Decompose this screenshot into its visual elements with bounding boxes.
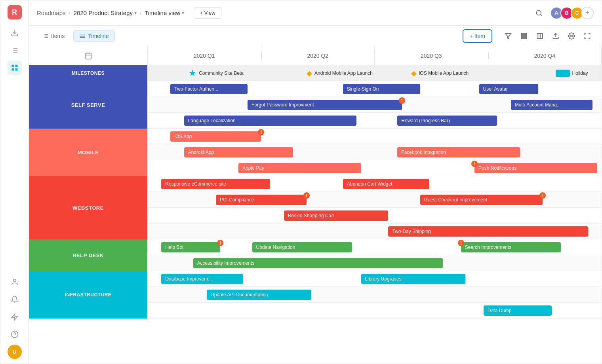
- bar-two-day-shipping[interactable]: Two-Day Shipping: [388, 226, 588, 237]
- webstore-row-2: PCI Compliance 1 Guest Checkout Improvem…: [148, 192, 602, 208]
- bar-help-bot[interactable]: Help Bot 1: [161, 242, 220, 252]
- help-desk-row-2: Accessibility Improvements: [148, 255, 602, 271]
- bar-two-factor[interactable]: Two-Factor Authen...: [170, 84, 248, 94]
- mobile-row-3: Apple Pay 1 Push Notifications: [148, 160, 602, 176]
- bar-guest-checkout[interactable]: Guest Checkout Improvement 1: [420, 195, 543, 205]
- bar-update-navigation[interactable]: Update Navigation: [252, 242, 352, 252]
- columns-icon[interactable]: [533, 30, 546, 42]
- svg-rect-29: [521, 37, 527, 38]
- breadcrumb-roadmaps[interactable]: Roadmaps: [37, 9, 66, 16]
- sidebar-icon-bell[interactable]: [8, 292, 22, 307]
- webstore-row-3: Reskin Shopping Cart: [148, 208, 602, 224]
- infrastructure-rows: INFRASTRUCTURE Database Improvem... Libr…: [29, 271, 602, 318]
- sidebar-icon-download[interactable]: [8, 26, 22, 40]
- milestone-community[interactable]: ★ Community Site Beta: [189, 68, 244, 78]
- bar-update-api-documentation[interactable]: Update API Documentation: [207, 290, 311, 300]
- user-avatar[interactable]: U: [8, 345, 22, 359]
- bar-android-app[interactable]: Android App: [184, 147, 293, 157]
- help-desk-label-cell: HELP DESK: [29, 239, 148, 271]
- mobile-row-2: Android App Facebook Integration: [148, 144, 602, 160]
- breadcrumb-timeline[interactable]: Timeline view ▾: [145, 9, 184, 16]
- bar-responsive-ecommerce[interactable]: Responsive eCommerce site: [161, 179, 270, 189]
- bar-facebook-integration[interactable]: Facebook Integration: [397, 147, 520, 157]
- quarter-q1: 2020 Q1: [148, 46, 261, 65]
- export-icon[interactable]: [549, 30, 562, 42]
- group-help-desk: HELP DESK Help Bot 1 Update Navigation 1…: [29, 239, 602, 271]
- bar-search-improvements[interactable]: 1 Search Improvements: [461, 242, 561, 252]
- svg-rect-8: [15, 65, 17, 67]
- mobile-rows: MOBILE iOS App 3 Android App: [29, 129, 602, 176]
- bar-reward-progress[interactable]: Reward (Progress Bar): [397, 116, 497, 126]
- group-icon[interactable]: [518, 30, 530, 42]
- search-button[interactable]: [533, 7, 545, 19]
- add-item-button[interactable]: + Item: [463, 29, 492, 43]
- svg-rect-30: [537, 33, 543, 39]
- bar-abandon-cart[interactable]: Abandon Cart Widget: [343, 179, 429, 189]
- sidebar-icon-help[interactable]: [8, 327, 22, 341]
- sidebar-icon-bolt[interactable]: [8, 310, 22, 324]
- tab-timeline[interactable]: Timeline: [73, 30, 114, 42]
- app-logo[interactable]: R: [8, 5, 22, 19]
- mobile-row-1: iOS App 3: [148, 129, 602, 144]
- quarter-q4: 2020 Q4: [488, 46, 602, 65]
- bar-push-notifications[interactable]: 1 Push Notifications: [474, 163, 597, 173]
- chevron-down-icon-2: ▾: [182, 10, 184, 16]
- webstore-rows: WEBSTORE Responsive eCommerce site Aband…: [29, 176, 602, 239]
- bar-language-localization[interactable]: Language Localization: [184, 116, 356, 126]
- infrastructure-label: INFRASTRUCTURE: [29, 271, 147, 318]
- help-desk-row-1: Help Bot 1 Update Navigation 1 Search Im…: [148, 239, 602, 255]
- tab-items[interactable]: Items: [37, 30, 70, 42]
- avatar-add-button[interactable]: +: [581, 7, 594, 19]
- bar-user-avatar[interactable]: User Avatar: [479, 84, 538, 94]
- timeline-area: 2020 Q1 2020 Q2 2020 Q3 2020 Q4 MILESTON…: [29, 46, 602, 364]
- help-desk-rows: HELP DESK Help Bot 1 Update Navigation 1…: [29, 239, 602, 271]
- svg-marker-12: [11, 314, 17, 320]
- fullscreen-icon[interactable]: [581, 30, 594, 42]
- self-serve-content: Two-Factor Authen... Single-Sign On User…: [148, 81, 602, 129]
- bar-database-improvements[interactable]: Database Improvem...: [161, 274, 243, 284]
- filter-icon[interactable]: [502, 30, 514, 42]
- quarter-q3: 2020 Q3: [375, 46, 488, 65]
- bar-single-sign-on[interactable]: Single-Sign On: [343, 84, 420, 94]
- bar-reskin-shopping-cart[interactable]: Reskin Shopping Cart: [284, 210, 389, 221]
- breadcrumb-strategy[interactable]: 2020 Product Strategy ▾: [74, 9, 137, 16]
- milestones-label-cell: MILESTONES: [29, 65, 148, 81]
- settings-icon[interactable]: [565, 30, 578, 42]
- milestone-holiday[interactable]: Holiday: [556, 70, 588, 77]
- group-infrastructure: INFRASTRUCTURE Database Improvem... Libr…: [29, 271, 602, 318]
- webstore-row-4: Two-Day Shipping: [148, 224, 602, 239]
- infrastructure-content: Database Improvem... Library Upgrades Up…: [148, 271, 602, 318]
- milestone-android[interactable]: ◆ Android Mobile App Launch: [307, 69, 373, 78]
- chevron-down-icon: ▾: [134, 10, 137, 16]
- svg-rect-24: [80, 36, 85, 36]
- quarter-q2: 2020 Q2: [261, 46, 375, 65]
- bar-pci-compliance[interactable]: PCI Compliance 1: [216, 195, 307, 205]
- milestones-content: ★ Community Site Beta ◆ Android Mobile A…: [148, 65, 602, 81]
- breadcrumb: Roadmaps / 2020 Product Strategy ▾ / Tim…: [37, 9, 184, 16]
- svg-point-15: [536, 10, 541, 15]
- bar-apple-pay[interactable]: Apple Pay: [238, 163, 361, 173]
- sidebar-icon-active-view[interactable]: [8, 61, 22, 75]
- sidebar-icon-contacts[interactable]: [8, 275, 22, 289]
- bar-multi-account[interactable]: Multi-Account Mana...: [511, 100, 592, 110]
- sidebar-icon-list[interactable]: [8, 43, 22, 57]
- bar-library-upgrades[interactable]: Library Upgrades: [361, 274, 466, 284]
- self-serve-label: SELF SERVE: [29, 81, 147, 129]
- group-webstore: WEBSTORE Responsive eCommerce site Aband…: [29, 176, 602, 239]
- timeline-header: 2020 Q1 2020 Q2 2020 Q3 2020 Q4: [29, 46, 602, 65]
- avatar-group: A B C +: [550, 7, 594, 19]
- bar-data-dump[interactable]: Data Dump: [484, 305, 552, 316]
- svg-marker-26: [505, 33, 511, 39]
- infrastructure-row-3: Data Dump: [148, 303, 602, 318]
- bar-forgot-password[interactable]: Forgot Password Improvment 1: [248, 100, 402, 110]
- svg-rect-23: [80, 34, 85, 35]
- milestone-ios[interactable]: ◆ iOS Mobile App Launch: [411, 69, 469, 78]
- group-mobile: MOBILE iOS App 3 Android App: [29, 129, 602, 176]
- bar-ios-app[interactable]: iOS App 3: [170, 131, 261, 142]
- bar-accessibility[interactable]: Accessibility Improvements: [193, 258, 443, 268]
- self-serve-row-1: Two-Factor Authen... Single-Sign On User…: [148, 81, 602, 97]
- svg-line-16: [540, 14, 541, 15]
- svg-rect-25: [80, 37, 85, 38]
- self-serve-row-2: Forgot Password Improvment 1 Multi-Accou…: [148, 97, 602, 113]
- add-view-button[interactable]: + View: [194, 7, 221, 19]
